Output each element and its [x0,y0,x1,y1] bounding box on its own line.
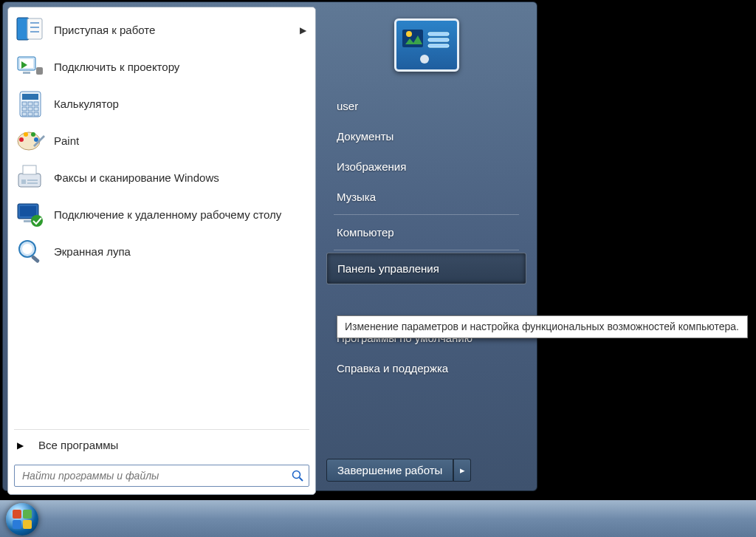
computer-link[interactable]: Компьютер [326,217,526,247]
svg-rect-27 [21,179,26,184]
separator [334,250,519,250]
getting-started-icon [16,16,45,45]
svg-rect-14 [22,107,27,111]
svg-point-33 [31,215,43,227]
svg-rect-13 [34,102,38,106]
program-projector[interactable]: Подключить к проектору [11,49,312,86]
expand-arrow-icon: ▶ [17,440,24,451]
svg-rect-19 [34,112,38,116]
separator [334,214,519,215]
documents-link[interactable]: Документы [326,121,526,151]
svg-rect-29 [27,182,38,184]
calculator-icon [16,89,45,119]
fax-scan-icon [16,163,45,193]
svg-rect-26 [23,165,36,174]
program-paint[interactable]: Paint [11,123,312,160]
svg-rect-31 [20,206,36,216]
svg-rect-36 [31,255,40,264]
svg-rect-15 [28,107,32,111]
all-programs-label: Все программы [38,439,118,451]
svg-rect-18 [28,112,32,116]
paint-icon [16,126,45,156]
svg-point-35 [22,244,32,254]
shutdown-options-button[interactable]: ▸ [453,459,471,482]
shutdown-button[interactable]: Завершение работы [326,459,453,482]
program-calculator[interactable]: Калькулятор [11,86,312,123]
taskbar [0,500,756,537]
svg-rect-28 [27,179,38,181]
separator [14,429,309,430]
search-input[interactable] [14,465,309,487]
program-rdc[interactable]: Подключение к удаленному рабочему столу [11,196,312,233]
svg-point-23 [31,132,35,137]
control-panel-link[interactable]: Панель управления [326,253,526,284]
svg-point-37 [293,471,300,479]
svg-rect-41 [428,33,449,35]
svg-rect-43 [428,44,449,47]
svg-rect-1 [27,18,42,39]
svg-point-44 [420,55,429,64]
chevron-right-icon: ▸ [460,465,465,476]
music-link[interactable]: Музыка [326,182,526,212]
search-icon [292,470,303,482]
all-programs[interactable]: ▶ Все программы [8,431,315,459]
program-label: Подключение к удаленному рабочему столу [54,208,306,222]
help-support-link[interactable]: Справка и поддержка [326,353,526,383]
program-label: Экранная лупа [54,245,306,259]
search-panel [8,459,315,494]
start-menu: Приступая к работе ▶ Подключить к проект… [2,1,537,491]
magnifier-icon [16,237,45,267]
program-label: Калькулятор [54,98,306,112]
svg-line-38 [300,478,303,482]
tooltip: Изменение параметров и настройка функцио… [337,315,748,338]
svg-rect-7 [23,72,30,74]
program-label: Факсы и сканирование Windows [54,171,306,185]
svg-rect-11 [22,102,27,106]
svg-rect-12 [28,102,32,106]
svg-rect-17 [22,112,27,116]
programs-list: Приступая к работе ▶ Подключить к проект… [8,7,315,428]
submenu-arrow-icon: ▶ [300,25,306,35]
projector-icon [16,52,45,82]
svg-rect-8 [36,67,43,75]
remote-desktop-icon [16,200,45,230]
program-label: Подключить к проектору [54,61,306,75]
pictures-link[interactable]: Изображения [326,151,526,182]
start-button[interactable] [6,503,38,536]
program-getting-started[interactable]: Приступая к работе ▶ [11,12,312,49]
svg-point-40 [406,31,412,37]
program-fax-scan[interactable]: Факсы и сканирование Windows [11,160,312,196]
user-folder-link[interactable]: user [326,91,526,121]
shutdown-group: Завершение работы ▸ [326,459,526,482]
user-account-picture[interactable] [394,18,459,72]
program-label: Paint [54,134,306,148]
tooltip-text: Изменение параметров и настройка функцио… [345,321,739,332]
svg-rect-42 [428,38,449,41]
program-label: Приступая к работе [54,24,291,38]
right-pane: user Документы Изображения Музыка Компью… [316,2,537,490]
left-pane: Приступая к работе ▶ Подключить к проект… [7,7,316,495]
windows-logo-icon [12,509,32,530]
svg-point-22 [24,132,28,137]
svg-rect-10 [22,94,38,100]
svg-rect-16 [34,107,38,111]
svg-rect-39 [402,30,423,47]
program-magnifier[interactable]: Экранная лупа [11,233,312,270]
svg-point-21 [19,137,24,142]
